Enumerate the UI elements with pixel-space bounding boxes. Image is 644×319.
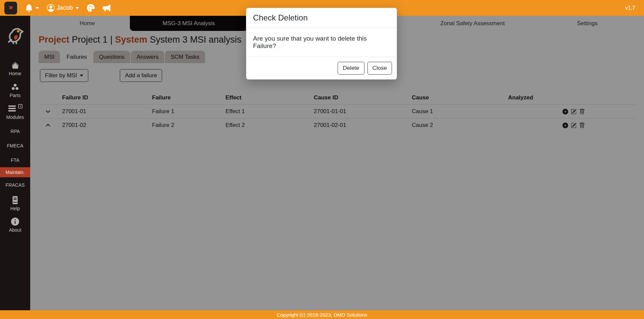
app-logo[interactable] <box>5 25 25 46</box>
bird-logo-icon <box>5 25 25 45</box>
delete-button[interactable]: Delete <box>338 62 364 75</box>
sidebar: Home Parts Modules RPA FMECA FTA Maintai… <box>0 16 30 310</box>
sidebar-item-label: About <box>9 227 21 233</box>
sidebar-item-home[interactable]: Home <box>0 61 30 76</box>
menu-icon <box>8 104 16 113</box>
window-caret-icon <box>18 104 22 108</box>
notifications-menu[interactable] <box>25 4 39 12</box>
footer: Copyright (c) 2018-2023, DMD Solutions <box>0 310 644 319</box>
sidebar-item-parts[interactable]: Parts <box>0 83 30 98</box>
sidebar-item-label: FTA <box>11 157 19 163</box>
boxes-icon <box>11 83 19 91</box>
book-icon <box>11 196 19 204</box>
copyright-text: Copyright (c) 2018-2023, DMD Solutions <box>277 312 367 318</box>
announcements-button[interactable] <box>103 4 110 12</box>
caret-down-icon <box>36 7 39 9</box>
sidebar-item-label: FMECA <box>7 143 23 148</box>
sidebar-item-modules[interactable]: Modules <box>0 104 30 120</box>
check-deletion-modal: Check Deletion Are you sure that you wan… <box>246 8 397 80</box>
sidebar-item-maintain-active[interactable]: Maintain. <box>0 167 30 177</box>
close-button[interactable]: Close <box>367 62 392 75</box>
app-version: v1.7 <box>625 5 635 11</box>
sidebar-item-label: Modules <box>6 115 24 120</box>
user-menu[interactable]: Jacob <box>47 4 79 12</box>
sidebar-item-label: Home <box>9 71 21 76</box>
sidebar-item-label: Maintain. <box>6 170 25 175</box>
sidebar-item-label: Help <box>10 206 20 211</box>
sidebar-item-label: Parts <box>10 93 21 98</box>
user-name: Jacob <box>57 4 73 11</box>
house-icon <box>11 61 19 69</box>
palette-icon <box>87 4 95 12</box>
double-chevron-right-icon: » <box>9 4 13 11</box>
sidebar-item-fta[interactable]: FTA <box>0 156 30 164</box>
sidebar-item-fmeca[interactable]: FMECA <box>0 142 30 150</box>
sidebar-item-help[interactable]: Help <box>0 196 30 211</box>
bell-icon <box>25 4 33 12</box>
sidebar-item-fracas[interactable]: FRACAS <box>0 181 30 189</box>
sidebar-collapse-button[interactable]: » <box>4 2 17 14</box>
sidebar-item-label: FRACAS <box>6 182 25 188</box>
sidebar-item-about[interactable]: About <box>0 218 30 233</box>
caret-down-icon <box>76 7 79 9</box>
theme-button[interactable] <box>87 4 95 12</box>
sidebar-item-label: RPA <box>10 129 20 134</box>
info-circle-icon <box>11 218 19 226</box>
modal-message: Are you sure that you want to delete thi… <box>246 28 397 57</box>
modal-title: Check Deletion <box>246 8 397 28</box>
person-circle-icon <box>47 4 55 12</box>
megaphone-icon <box>103 4 110 12</box>
modal-footer: Delete Close <box>246 57 397 79</box>
sidebar-item-rpa[interactable]: RPA <box>0 127 30 135</box>
